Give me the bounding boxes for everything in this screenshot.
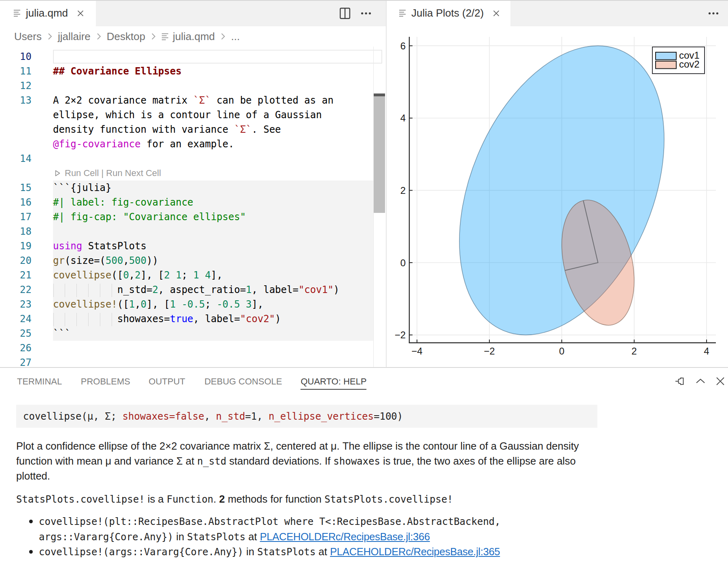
file-lines-icon <box>161 33 169 40</box>
code-editor[interactable]: 1011## Covariance Ellipses1213A 2×2 cova… <box>0 47 386 367</box>
method-list-item: covellipse!(args::Vararg{Core.Any}) in S… <box>16 544 728 560</box>
breadcrumb-item[interactable]: Desktop <box>107 30 145 43</box>
code-line: 16#| label: fig-covariance <box>0 195 386 210</box>
line-number: 10 <box>0 49 32 64</box>
covariance-plot-svg: −4−2024−20246cov1cov2 <box>387 26 728 367</box>
panel-tab-terminal[interactable]: TERMINAL <box>17 373 62 390</box>
tabbar-right: Julia Plots (2/2) <box>387 0 728 26</box>
code-line: 13A 2×2 covariance matrix `Σ` can be plo… <box>0 93 386 108</box>
line-number: 26 <box>0 341 32 355</box>
code-line: 24 showaxes=true, label="cov2") <box>0 312 386 326</box>
file-lines-icon <box>13 9 21 17</box>
code-line: 12 <box>0 79 386 93</box>
tab-close-icon[interactable] <box>77 10 84 17</box>
signature-box: covellipse(μ, Σ; showaxes=false, n_std=1… <box>16 405 597 428</box>
code-line: 19using StatsPlots <box>0 239 386 253</box>
overview-cursor-marker <box>374 93 385 96</box>
current-line-highlight <box>53 50 382 64</box>
split-editor-icon[interactable] <box>340 8 350 19</box>
tab-julia-qmd[interactable]: julia.qmd <box>0 0 96 26</box>
editor-group-left: julia.qmd <box>0 0 386 367</box>
tabbar-left-actions <box>340 0 371 26</box>
chevron-right-icon <box>148 31 159 42</box>
line-number: 14 <box>0 151 32 166</box>
svg-text:0: 0 <box>400 257 406 268</box>
code-line: 27 <box>0 355 386 367</box>
line-number: 13 <box>0 93 32 108</box>
line-number: 27 <box>0 355 32 367</box>
editor-group-right: Julia Plots (2/2) <box>387 0 728 367</box>
line-number: 23 <box>0 297 32 312</box>
code-line: 20gr(size=(500,500)) <box>0 253 386 268</box>
code-line: 22 n_std=2, aspect_ratio=1, label="cov1"… <box>0 282 386 297</box>
panel-tab-quarto-help[interactable]: QUARTO: HELP <box>301 373 366 390</box>
code-line: ellipse, which is a contour line of a Ga… <box>0 108 386 122</box>
vscode-window: julia.qmd <box>0 0 728 569</box>
code-line: 21covellipse([0,2], [2 1; 1 4], <box>0 268 386 282</box>
tab-title: Julia Plots (2/2) <box>411 7 484 19</box>
tab-close-icon[interactable] <box>493 10 500 17</box>
code-line: 10 <box>0 49 386 64</box>
line-number: 21 <box>0 268 32 282</box>
close-panel-icon[interactable] <box>715 376 725 386</box>
code-line: 23covellipse!([1,0], [1 -0.5; -0.5 3], <box>0 297 386 312</box>
quarto-help-content: covellipse(μ, Σ; showaxes=false, n_std=1… <box>0 395 728 560</box>
line-number: 12 <box>0 79 32 93</box>
chevron-right-icon <box>218 31 228 42</box>
more-actions-icon[interactable] <box>708 8 719 19</box>
svg-text:−2: −2 <box>395 329 406 340</box>
code-line: 25``` <box>0 326 386 341</box>
breadcrumb-item[interactable]: julia.qmd <box>161 30 215 43</box>
code-line: 15```{julia} <box>0 180 386 195</box>
line-number: 19 <box>0 239 32 253</box>
breadcrumb-item[interactable]: ... <box>231 30 240 43</box>
svg-text:0: 0 <box>559 346 564 357</box>
bottom-panel: TERMINALPROBLEMSOUTPUTDEBUG CONSOLEQUART… <box>0 367 728 569</box>
svg-text:cov2: cov2 <box>679 59 700 70</box>
more-actions-icon[interactable] <box>361 8 371 19</box>
editor-area: julia.qmd <box>0 0 728 367</box>
code-line: density function with variance `Σ`. See <box>0 122 386 137</box>
codelens-row[interactable]: Run Cell | Run Next Cell <box>0 166 386 180</box>
panel-tab-output[interactable]: OUTPUT <box>149 373 185 390</box>
tabbar-left: julia.qmd <box>0 0 386 26</box>
chevron-right-icon <box>44 31 55 42</box>
code-line: @fig-covariance for an example. <box>0 137 386 151</box>
svg-text:2: 2 <box>631 346 637 357</box>
code-line: 11## Covariance Ellipses <box>0 64 386 79</box>
chevron-right-icon <box>93 31 104 42</box>
method-source-link[interactable]: PLACEHOLDERc/RecipesBase.jl:365 <box>330 546 500 557</box>
breadcrumb-item[interactable]: Users <box>14 30 42 43</box>
method-list-item: covellipse!(plt::RecipesBase.AbstractPlo… <box>16 514 728 544</box>
editor-scrollbar[interactable] <box>374 93 385 213</box>
line-number: 20 <box>0 253 32 268</box>
line-number: 16 <box>0 195 32 210</box>
svg-text:4: 4 <box>704 346 709 357</box>
svg-text:4: 4 <box>400 113 406 123</box>
svg-text:2: 2 <box>400 185 406 196</box>
breadcrumb-item[interactable]: jjallaire <box>58 30 91 43</box>
code-line: 17#| fig-cap: "Covariance ellipses" <box>0 210 386 224</box>
line-number: 22 <box>0 282 32 297</box>
maximize-panel-icon[interactable] <box>695 376 706 386</box>
julia-plot: −4−2024−20246cov1cov2 <box>387 26 728 367</box>
breadcrumb: UsersjjallaireDesktopjulia.qmd... <box>0 26 386 47</box>
line-number: 25 <box>0 326 32 341</box>
svg-text:−4: −4 <box>411 346 422 357</box>
line-number: 17 <box>0 210 32 224</box>
line-number: 18 <box>0 224 32 239</box>
help-paragraph: Plot a confidence ellipse of the 2×2 cov… <box>16 439 728 484</box>
panel-tab-debug-console[interactable]: DEBUG CONSOLE <box>204 373 282 390</box>
code-line: 14 <box>0 151 386 166</box>
tab-julia-plots[interactable]: Julia Plots (2/2) <box>387 0 510 26</box>
file-lines-icon <box>399 9 406 17</box>
window-top-border <box>0 0 728 1</box>
method-list: covellipse!(plt::RecipesBase.AbstractPlo… <box>16 514 728 560</box>
svg-text:−2: −2 <box>484 346 495 357</box>
method-source-link[interactable]: PLACEHOLDERc/RecipesBase.jl:366 <box>260 531 430 542</box>
panel-tab-problems[interactable]: PROBLEMS <box>81 373 130 390</box>
tabbar-right-actions <box>708 0 719 26</box>
tab-title: julia.qmd <box>26 7 68 19</box>
pin-panel-icon[interactable] <box>674 376 686 387</box>
panel-actions <box>665 368 725 395</box>
